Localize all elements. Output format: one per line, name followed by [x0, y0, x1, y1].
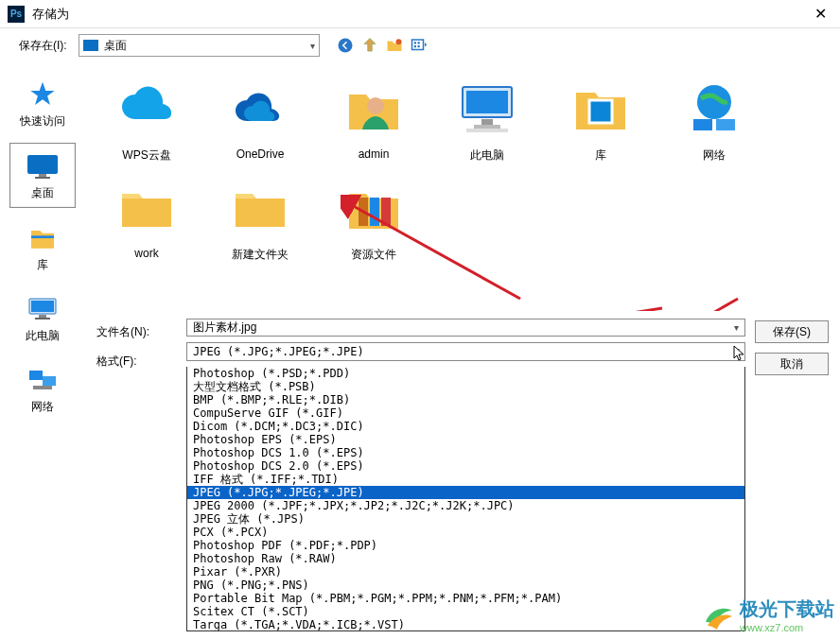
save-button[interactable]: 保存(S): [755, 320, 829, 343]
file-thispc[interactable]: 此电脑: [445, 78, 530, 164]
filename-input[interactable]: 图片素材.jpg ▾: [186, 319, 745, 337]
sidebar-item-quick[interactable]: 快速访问: [9, 72, 76, 135]
app-icon: Ps: [8, 6, 25, 23]
folder-icon: [116, 177, 177, 237]
svg-point-18: [367, 97, 384, 114]
format-option[interactable]: Photoshop (*.PSD;*.PDD): [187, 367, 744, 380]
sidebar-item-label: 网络: [31, 399, 54, 415]
file-label: OneDrive: [236, 147, 285, 161]
svg-rect-6: [417, 45, 419, 47]
monitor-icon: [457, 78, 517, 138]
back-icon[interactable]: [337, 37, 354, 54]
format-option[interactable]: Photoshop Raw (*.RAW): [187, 552, 744, 565]
view-mode-icon[interactable]: [411, 37, 428, 54]
format-label: 格式(F):: [96, 354, 186, 370]
new-folder-icon[interactable]: [386, 37, 403, 54]
file-label: work: [134, 247, 158, 260]
folder-icon: [230, 177, 290, 237]
location-toolbar: 保存在(I): 桌面 ▾: [0, 28, 840, 62]
format-option[interactable]: PCX (*.PCX): [187, 526, 744, 539]
svg-point-1: [395, 39, 401, 44]
places-sidebar: 快速访问 桌面 库 此电脑 网络: [0, 62, 85, 639]
svg-rect-20: [466, 91, 508, 113]
sidebar-item-label: 快速访问: [20, 113, 65, 130]
svg-rect-10: [31, 235, 54, 238]
format-option[interactable]: Photoshop DCS 2.0 (*.EPS): [187, 459, 744, 473]
sidebar-item-label: 桌面: [31, 185, 54, 201]
libraries-icon: [26, 221, 60, 255]
svg-point-0: [338, 39, 352, 53]
svg-rect-2: [411, 40, 423, 50]
file-wps[interactable]: WPS云盘: [104, 78, 189, 164]
location-combo[interactable]: 桌面 ▾: [79, 34, 320, 57]
svg-rect-13: [39, 315, 46, 318]
file-area: WPS云盘 OneDrive admin 此电脑 库 网络: [85, 62, 840, 639]
format-option[interactable]: Pixar (*.PXR): [187, 565, 744, 579]
svg-rect-8: [39, 174, 46, 177]
file-work[interactable]: work: [104, 177, 189, 263]
format-option[interactable]: Dicom (*.DCM;*.DC3;*.DIC): [187, 420, 744, 433]
sidebar-item-desktop[interactable]: 桌面: [9, 143, 76, 208]
star-icon: [26, 78, 60, 112]
svg-rect-21: [481, 119, 493, 125]
chevron-down-icon: ▾: [310, 41, 315, 51]
format-option[interactable]: IFF 格式 (*.IFF;*.TDI): [187, 473, 744, 486]
pc-icon: [26, 292, 60, 326]
svg-rect-22: [474, 125, 500, 129]
file-label: admin: [359, 147, 390, 161]
sidebar-item-thispc[interactable]: 此电脑: [9, 286, 76, 350]
format-combo[interactable]: JPEG (*.JPG;*.JPEG;*.JPE) ▾: [186, 342, 745, 361]
user-folder-icon: [343, 78, 404, 138]
chevron-down-icon: ▾: [734, 322, 739, 333]
library-icon: [570, 78, 631, 138]
file-label: 网络: [703, 147, 726, 164]
sidebar-item-libraries[interactable]: 库: [9, 216, 76, 279]
file-resources[interactable]: 资源文件: [331, 177, 416, 263]
svg-rect-31: [381, 198, 391, 226]
format-option[interactable]: Photoshop DCS 1.0 (*.EPS): [187, 446, 744, 459]
file-label: 新建文件夹: [232, 247, 289, 263]
sidebar-item-network[interactable]: 网络: [9, 357, 76, 421]
format-option[interactable]: Photoshop EPS (*.EPS): [187, 433, 744, 446]
format-option[interactable]: CompuServe GIF (*.GIF): [187, 406, 744, 420]
svg-rect-24: [589, 100, 612, 123]
svg-rect-30: [370, 198, 379, 226]
format-option[interactable]: PNG (*.PNG;*.PNS): [187, 579, 744, 592]
svg-rect-28: [716, 119, 735, 130]
file-libraries[interactable]: 库: [558, 78, 643, 164]
desktop-icon: [26, 149, 60, 183]
up-icon[interactable]: [361, 37, 378, 54]
format-option[interactable]: BMP (*.BMP;*.RLE;*.DIB): [187, 393, 744, 406]
svg-rect-17: [33, 386, 52, 389]
cancel-button[interactable]: 取消: [755, 353, 829, 375]
svg-rect-14: [35, 318, 50, 320]
desktop-mini-icon: [83, 40, 98, 51]
window-title: 存储为: [32, 6, 809, 23]
file-onedrive[interactable]: OneDrive: [218, 78, 303, 164]
globe-icon: [684, 78, 744, 138]
format-option[interactable]: Photoshop PDF (*.PDF;*.PDP): [187, 539, 744, 552]
file-network[interactable]: 网络: [672, 78, 757, 164]
sidebar-item-label: 此电脑: [26, 328, 60, 344]
format-dropdown[interactable]: Photoshop (*.PSD;*.PDD)大型文档格式 (*.PSB)BMP…: [186, 367, 745, 631]
svg-rect-29: [359, 198, 368, 226]
format-option[interactable]: Targa (*.TGA;*.VDA;*.ICB;*.VST): [187, 618, 744, 631]
network-icon: [26, 363, 60, 397]
format-value: JPEG (*.JPG;*.JPEG;*.JPE): [193, 345, 364, 358]
format-option[interactable]: 大型文档格式 (*.PSB): [187, 380, 744, 393]
file-label: WPS云盘: [122, 147, 170, 164]
svg-rect-16: [43, 376, 56, 386]
close-button[interactable]: ✕: [809, 5, 832, 23]
format-option[interactable]: Portable Bit Map (*.PBM;*.PGM;*.PPM;*.PN…: [187, 592, 744, 605]
folder-resources-icon: [343, 177, 404, 237]
file-newfolder[interactable]: 新建文件夹: [218, 177, 303, 263]
svg-rect-9: [35, 177, 50, 179]
format-option[interactable]: JPEG (*.JPG;*.JPEG;*.JPE): [187, 486, 744, 499]
titlebar: Ps 存储为 ✕: [0, 0, 840, 28]
svg-rect-7: [27, 155, 58, 174]
file-admin[interactable]: admin: [331, 78, 416, 164]
svg-rect-23: [466, 129, 508, 132]
format-option[interactable]: JPEG 2000 (*.JPF;*.JPX;*.JP2;*.J2C;*.J2K…: [187, 499, 744, 512]
format-option[interactable]: Scitex CT (*.SCT): [187, 605, 744, 618]
format-option[interactable]: JPEG 立体 (*.JPS): [187, 512, 744, 526]
